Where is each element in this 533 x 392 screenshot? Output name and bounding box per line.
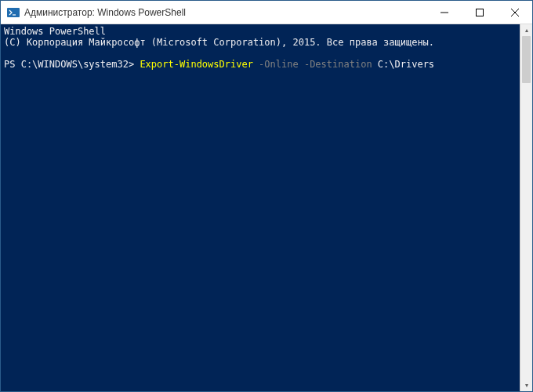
- scrollbar-down-arrow-icon[interactable]: ▾: [520, 379, 532, 391]
- minimize-button[interactable]: [426, 1, 462, 24]
- powershell-icon: [7, 6, 20, 19]
- param-text: -Destination: [299, 59, 372, 70]
- console-line: Windows PowerShell: [4, 26, 517, 37]
- titlebar-left: Администратор: Windows PowerShell: [1, 6, 186, 19]
- window-controls: [426, 1, 532, 24]
- console-empty-line: [4, 48, 517, 59]
- param-text: -Online: [253, 59, 299, 70]
- console-container: Windows PowerShell(C) Корпорация Майкрос…: [1, 24, 532, 391]
- maximize-button[interactable]: [462, 1, 497, 24]
- powershell-window: Администратор: Windows PowerShell Window…: [0, 0, 533, 392]
- svg-rect-3: [476, 9, 483, 16]
- titlebar[interactable]: Администратор: Windows PowerShell: [1, 1, 532, 24]
- prompt-text: PS C:\WINDOWS\system32>: [4, 59, 140, 70]
- console-line: (C) Корпорация Майкрософт (Microsoft Cor…: [4, 37, 517, 48]
- scrollbar-up-arrow-icon[interactable]: ▴: [520, 24, 532, 36]
- console-prompt-line: PS C:\WINDOWS\system32> Export-WindowsDr…: [4, 59, 517, 70]
- vertical-scrollbar[interactable]: ▴ ▾: [520, 24, 532, 391]
- scrollbar-thumb[interactable]: [522, 36, 531, 83]
- close-button[interactable]: [497, 1, 532, 24]
- svg-rect-0: [7, 8, 20, 17]
- arg-text: C:\Drivers: [372, 59, 434, 70]
- command-text: Export-WindowsDriver: [140, 59, 253, 70]
- console-output[interactable]: Windows PowerShell(C) Корпорация Майкрос…: [1, 24, 520, 391]
- window-title: Администратор: Windows PowerShell: [24, 7, 186, 18]
